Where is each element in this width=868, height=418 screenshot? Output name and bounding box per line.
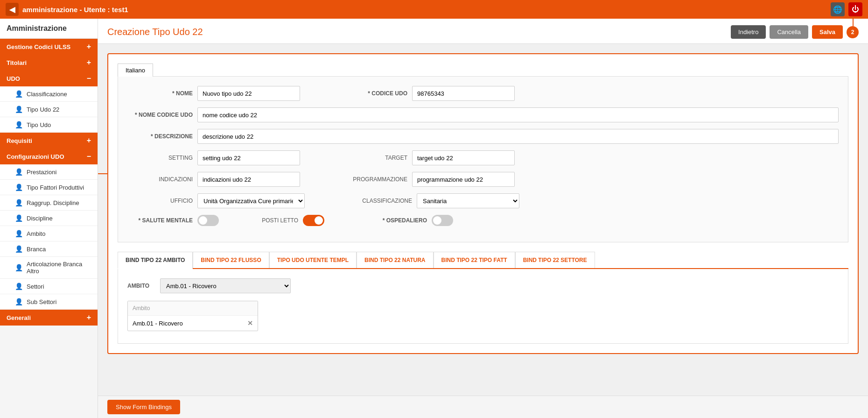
descrizione-input[interactable] — [197, 129, 839, 144]
tabs-header: BIND TIPO 22 AMBITO BIND TIPO 22 FLUSSO … — [118, 252, 848, 269]
ambito-box-header: Ambito — [128, 301, 258, 316]
nome-codice-udo-input[interactable] — [197, 107, 839, 122]
tab-bind-ambito[interactable]: BIND TIPO 22 AMBITO — [118, 252, 193, 269]
sidebar-section-label-requisiti: Requisiti — [7, 137, 32, 144]
sidebar-item-ambito[interactable]: 👤 Ambito — [0, 226, 98, 241]
sidebar-section-icon-requisiti: + — [87, 136, 91, 145]
programmazione-label: PROGRAMMAZIONE — [342, 176, 407, 183]
sidebar-section-header-requisiti[interactable]: Requisiti + — [0, 133, 98, 149]
programmazione-input[interactable] — [412, 172, 515, 187]
tab-content-ambito: AMBITO Amb.01 - Ricovero Ambito Amb.01 -… — [118, 269, 848, 344]
ambito-box: Ambito Amb.01 - Ricovero ✕ — [127, 301, 258, 331]
app-title: amministrazione - Utente : test1 — [22, 6, 128, 14]
classificazione-select[interactable]: Sanitaria — [417, 193, 519, 208]
lang-tab-container: Italiano — [118, 64, 848, 76]
sidebar-section-header-ulss[interactable]: Gestione Codici ULSS + — [0, 39, 98, 55]
tab-tipo-udo-utente[interactable]: TIPO UDO UTENTE TEMPL — [269, 252, 357, 268]
form-container: Italiano * NOME * CODICE UDO — [107, 53, 859, 354]
top-bar: ◀ amministrazione - Utente : test1 🌐 ⏻ — [0, 0, 868, 19]
sidebar-section-header-configurazioni[interactable]: Configurazioni UDO − — [0, 149, 98, 164]
sidebar-item-branca[interactable]: 👤 Branca — [0, 241, 98, 257]
salute-mentale-toggle[interactable] — [197, 215, 219, 226]
main-layout: Amministrazione Gestione Codici ULSS + T… — [0, 19, 868, 418]
sidebar-section-label-configurazioni: Configurazioni UDO — [7, 153, 64, 160]
form-row-descrizione: * DESCRIZIONE — [127, 129, 839, 144]
person-icon-prestazioni: 👤 — [15, 168, 23, 176]
sidebar-section-label-udo: UDO — [7, 75, 20, 82]
sidebar-section-icon-titolari: + — [87, 58, 91, 67]
tab-bind-settore[interactable]: BIND TIPO 22 SETTORE — [515, 252, 595, 268]
ospedaliero-toggle[interactable] — [432, 215, 453, 226]
indicazioni-label: INDICAZIONI — [127, 176, 193, 183]
power-button[interactable]: ⏻ — [848, 2, 862, 16]
sidebar-item-label-sub-settori: Sub Settori — [27, 298, 56, 305]
show-bindings-button[interactable]: Show Form Bindings — [107, 400, 180, 414]
tab-bind-flusso[interactable]: BIND TIPO 22 FLUSSO — [193, 252, 269, 268]
ufficio-select[interactable]: Unità Organizzativa Cure primarie e — [197, 193, 305, 208]
person-icon-discipline: 👤 — [15, 214, 23, 222]
sidebar-item-settori[interactable]: 👤 Settori — [0, 279, 98, 294]
sidebar-item-tipo-fattori[interactable]: 👤 Tipo Fattori Produttivi — [0, 180, 98, 195]
lang-tab[interactable]: Italiano — [118, 64, 153, 77]
sidebar-item-sub-settori[interactable]: 👤 Sub Settori — [0, 294, 98, 310]
tab-bind-natura[interactable]: BIND TIPO 22 NATURA — [357, 252, 433, 268]
target-label: TARGET — [342, 155, 407, 161]
classificazione-label: CLASSIFICAZIONE — [347, 198, 412, 204]
sidebar-item-raggrup-discipline[interactable]: 👤 Raggrup. Discipline — [0, 195, 98, 211]
posti-letto-toggle[interactable] — [303, 215, 324, 226]
ospedaliero-label: * OSPEDALIERO — [362, 217, 427, 224]
setting-input[interactable] — [197, 150, 300, 165]
tab-bind-tipo-fatt[interactable]: BIND TIPO 22 TIPO FATT — [434, 252, 515, 268]
globe-button[interactable]: 🌐 — [831, 2, 845, 16]
sidebar-section-configurazioni: Configurazioni UDO − 👤 Prestazioni 👤 Tip… — [0, 149, 98, 310]
nome-input[interactable] — [197, 86, 300, 101]
person-icon-articolazione: 👤 — [15, 264, 23, 271]
sidebar-section-icon-configurazioni: − — [87, 152, 91, 161]
tabs-container: BIND TIPO 22 AMBITO BIND TIPO 22 FLUSSO … — [118, 252, 848, 344]
form-wrapper: 1 Italiano * NOME — [107, 53, 859, 354]
scroll-indicator-2: 2 — [847, 26, 859, 38]
sidebar-section-label-ulss: Gestione Codici ULSS — [7, 43, 70, 50]
save-button[interactable]: Salva — [812, 25, 843, 39]
ambito-tag-label: Amb.01 - Ricovero — [133, 320, 183, 327]
form-col-classificazione: CLASSIFICAZIONE Sanitaria — [347, 193, 519, 208]
form-row-nome: * NOME * CODICE UDO — [127, 86, 839, 101]
person-icon-tipo-udo-22: 👤 — [15, 106, 23, 113]
form-col-indicazioni: INDICAZIONI — [127, 172, 300, 187]
person-icon-sub-settori: 👤 — [15, 298, 23, 305]
sidebar-item-label-raggrup-discipline: Raggrup. Discipline — [27, 199, 79, 206]
sidebar-item-tipo-udo-22[interactable]: 👤 Tipo Udo 22 — [0, 102, 98, 117]
sidebar-section-header-udo[interactable]: UDO − — [0, 71, 98, 86]
descrizione-label: * DESCRIZIONE — [127, 133, 193, 140]
sidebar-section-generali: Generali + — [0, 310, 98, 326]
form-row-indicazioni: INDICAZIONI PROGRAMMAZIONE — [127, 172, 839, 187]
scroll-arrow-line — [853, 19, 854, 26]
page-title: Creazione Tipo Udo 22 — [107, 27, 203, 37]
sidebar-item-label-branca: Branca — [27, 246, 46, 253]
content-area: Creazione Tipo Udo 22 Indietro Cancella … — [98, 19, 868, 418]
ambito-tag-remove[interactable]: ✕ — [247, 319, 253, 327]
target-input[interactable] — [412, 150, 515, 165]
person-icon-ambito: 👤 — [15, 230, 23, 237]
cancel-button[interactable]: Cancella — [770, 25, 808, 39]
form-row-toggles: * SALUTE MENTALE POSTI LETTO — [127, 215, 839, 226]
sidebar-section-icon-udo: − — [87, 74, 91, 83]
form-row-setting: SETTING TARGET — [127, 150, 839, 165]
codice-udo-input[interactable] — [412, 86, 515, 101]
sidebar-item-tipo-udo[interactable]: 👤 Tipo Udo — [0, 117, 98, 133]
sidebar-item-articolazione[interactable]: 👤 Articolazione Branca Altro — [0, 257, 98, 279]
sidebar-item-prestazioni[interactable]: 👤 Prestazioni — [0, 164, 98, 180]
back-button[interactable]: Indietro — [731, 25, 766, 39]
sidebar-item-classificazione[interactable]: 👤 Classificazione — [0, 86, 98, 102]
sidebar-item-label-tipo-udo: Tipo Udo — [27, 121, 51, 128]
person-icon-tipo-udo: 👤 — [15, 121, 23, 128]
person-icon-branca: 👤 — [15, 245, 23, 253]
sidebar-item-discipline[interactable]: 👤 Discipline — [0, 211, 98, 226]
indicazioni-input[interactable] — [197, 172, 300, 187]
sidebar-section-header-generali[interactable]: Generali + — [0, 310, 98, 326]
ambito-select[interactable]: Amb.01 - Ricovero — [160, 278, 291, 293]
sidebar-item-label-articolazione: Articolazione Branca Altro — [27, 261, 91, 275]
sidebar-section-requisiti: Requisiti + — [0, 133, 98, 149]
sidebar-item-label-discipline: Discipline — [27, 215, 53, 222]
sidebar-section-header-titolari[interactable]: Titolari + — [0, 55, 98, 71]
